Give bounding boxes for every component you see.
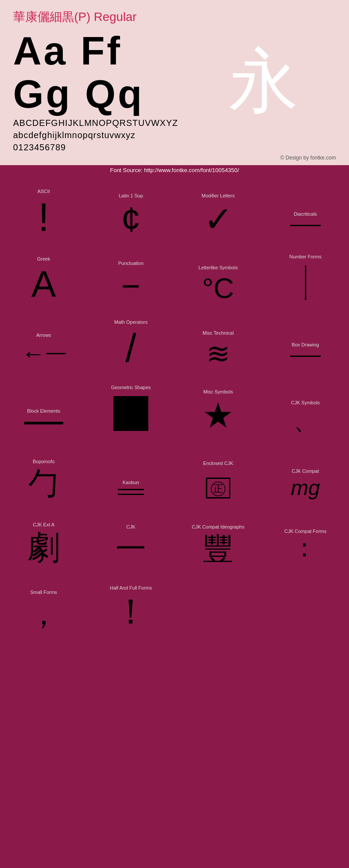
- grid-cell-cjk: CJK 一: [87, 502, 174, 567]
- number-forms-line: [305, 265, 306, 300]
- digits-row: 0123456789: [13, 142, 336, 153]
- cell-label-misctech: Misc Technical: [202, 330, 233, 336]
- cell-label-numforms: Number Forms: [289, 254, 321, 260]
- cell-symbol-cjksymbols: 、: [294, 409, 318, 433]
- grid-cell-cjksymbols: CJK Symbols 、: [262, 371, 349, 437]
- copyright: © Design by fontke.com: [13, 155, 336, 161]
- cell-symbol-smallforms: ，: [28, 599, 59, 629]
- cell-symbol-letterlike: °C: [202, 274, 234, 302]
- source-row: Font Source: http://www.fontke.com/font/…: [0, 165, 349, 175]
- cell-symbol-geomshapes: [113, 396, 148, 431]
- grid-cell-arrows: Arrows ←: [0, 306, 87, 371]
- cell-label-geomshapes: Geometric Shapes: [111, 385, 151, 390]
- grid-cell-enccjk: Enclosed CJK ㊣: [174, 437, 262, 502]
- cell-label-cjkcompatforms: CJK Compat Forms: [284, 529, 327, 534]
- grid-cell-kanbun: Kanbun: [87, 437, 174, 502]
- cell-symbol-greek: A: [31, 265, 56, 302]
- grid-cell-cjkcompat: CJK Compat mg: [262, 437, 349, 502]
- cell-label-cjkcompat: CJK Compat: [292, 468, 319, 474]
- grid-cell-boxdrawing: Box Drawing: [262, 306, 349, 371]
- grid-cell-halffulls: Half And Full Forms ！: [87, 567, 174, 633]
- alphabet-lower: abcdefghijklmnopqrstuvwxyz: [13, 130, 336, 140]
- cell-symbol-modletters: ✓: [204, 202, 233, 237]
- grid-cell-diacriticals: Diacriticals: [262, 175, 349, 241]
- grid-cell-modletters: Modifier Letters ✓: [174, 175, 262, 241]
- cell-label-halffulls: Half And Full Forms: [110, 585, 152, 591]
- grid-cell-bopomofo: Bopomofo 勹: [0, 437, 87, 502]
- cell-label-cjksymbols: CJK Symbols: [291, 400, 320, 406]
- cell-symbol-cjk: 一: [116, 533, 146, 564]
- grid-cell-blockelems: Block Elements: [0, 371, 87, 437]
- cell-symbol-mathops: /: [125, 329, 136, 368]
- cell-symbol-enccjk: ㊣: [206, 470, 230, 498]
- cell-label-modletters: Modifier Letters: [202, 193, 235, 199]
- cell-symbol-miscsymbols: ★: [202, 398, 234, 433]
- cell-symbol-latin1sup: ¢: [121, 202, 141, 237]
- cell-label-letterlike: Letterlike Symbols: [198, 265, 238, 271]
- cell-label-ascii: ASCII: [38, 189, 50, 194]
- preview-cjk: 永: [191, 46, 336, 116]
- cell-label-cjk: CJK: [127, 524, 136, 530]
- cell-label-mathops: Math Operators: [114, 319, 147, 325]
- preview-latin: Aa Ff Gg Qq: [13, 30, 191, 116]
- font-title: 華康儷細黒(P) Regular: [13, 9, 336, 25]
- cell-symbol-punctuation: −: [121, 270, 140, 302]
- header-section: 華康儷細黒(P) Regular Aa Ff Gg Qq 永 ABCDEFGHI…: [0, 0, 349, 165]
- grid-cell-letterlike: Letterlike Symbols °C: [174, 241, 262, 306]
- kanbun-symbol: [118, 489, 144, 495]
- blockelems-line: [24, 422, 63, 424]
- grid-cell-numforms: Number Forms: [262, 241, 349, 306]
- cell-label-smallforms: Small Forms: [30, 590, 57, 595]
- cell-label-enccjk: Enclosed CJK: [203, 461, 233, 466]
- grid-cell-empty1: [174, 567, 262, 633]
- cell-symbol-cjkcompatforms: ∶: [301, 538, 310, 564]
- cell-label-cjkcompatideo: CJK Compat Ideographs: [192, 524, 244, 530]
- cell-symbol-cjkexta: 劇: [27, 531, 60, 564]
- cell-label-kanbun: Kanbun: [123, 480, 139, 485]
- grid-cell-misctech: Misc Technical ≋: [174, 306, 262, 371]
- cell-symbol-cjkcompatideo: 豐: [203, 533, 233, 564]
- grid-cell-ascii: ASCII !: [0, 175, 87, 241]
- grid-cell-punctuation: Punctuation −: [87, 241, 174, 306]
- grid-cell-smallforms: Small Forms ，: [0, 567, 87, 633]
- grid-cell-cjkexta: CJK Ext A 劇: [0, 502, 87, 567]
- diacriticals-line: [290, 225, 321, 226]
- cell-symbol-cjkcompat: mg: [291, 478, 320, 498]
- cell-symbol-arrows: ←: [21, 342, 66, 366]
- grid-cell-mathops: Math Operators /: [87, 306, 174, 371]
- cell-symbol-misctech: ≋: [206, 339, 230, 368]
- large-chars-row2: Gg Qq: [13, 73, 191, 116]
- large-chars-row1: Aa Ff: [13, 30, 191, 73]
- cjk-preview-char: 永: [229, 46, 298, 116]
- cell-label-boxdrawing: Box Drawing: [292, 342, 319, 348]
- cell-label-blockelems: Block Elements: [27, 408, 60, 414]
- grid-cell-latin1sup: Latin 1 Sup ¢: [87, 175, 174, 241]
- symbol-grid: ASCII ! Latin 1 Sup ¢ Modifier Letters ✓…: [0, 175, 349, 633]
- cell-label-diacriticals: Diacriticals: [294, 211, 317, 217]
- boxdrawing-line: [290, 356, 321, 357]
- cell-symbol-halffulls: ！: [113, 594, 148, 629]
- grid-cell-geomshapes: Geometric Shapes: [87, 371, 174, 437]
- cell-label-miscsymbols: Misc Symbols: [203, 389, 233, 395]
- grid-cell-cjkcompatforms: CJK Compat Forms ∶: [262, 502, 349, 567]
- cell-symbol-bopomofo: 勹: [28, 468, 59, 498]
- cell-label-cjkexta: CJK Ext A: [33, 522, 55, 528]
- grid-cell-cjkcompatideo: CJK Compat Ideographs 豐: [174, 502, 262, 567]
- grid-cell-miscsymbols: Misc Symbols ★: [174, 371, 262, 437]
- cell-label-greek: Greek: [37, 256, 50, 262]
- grid-cell-greek: Greek A: [0, 241, 87, 306]
- cell-symbol-ascii: !: [38, 198, 49, 237]
- cell-label-bopomofo: Bopomofo: [33, 459, 55, 465]
- cell-label-punctuation: Punctuation: [118, 261, 144, 266]
- cell-label-latin1sup: Latin 1 Sup: [119, 193, 143, 199]
- grid-cell-empty2: [262, 567, 349, 633]
- cell-label-arrows: Arrows: [36, 332, 51, 338]
- font-preview-large: Aa Ff Gg Qq 永: [13, 30, 336, 116]
